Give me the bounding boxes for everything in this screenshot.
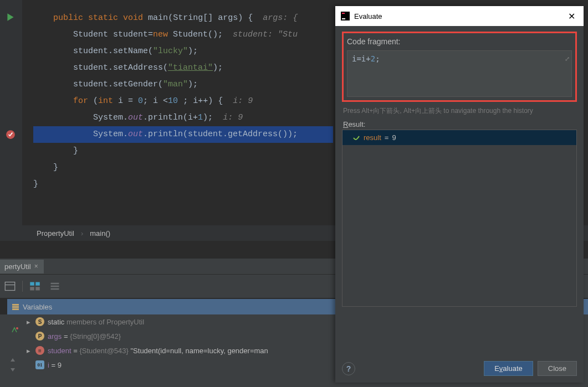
history-hint: Press Alt+向下箭头, Alt+向上箭头 to navigate thr… [343,106,576,116]
svg-rect-7 [30,287,34,290]
dialog-titlebar[interactable]: Evaluate ✕ [335,6,584,26]
expand-arrow-icon[interactable]: ▸ [27,318,32,326]
run-icon[interactable] [6,12,16,22]
variables-icon [12,303,19,311]
arrow-down-icon[interactable] [9,365,17,373]
new-watch-icon[interactable] [11,327,19,333]
fragment-label: Code fragment: [347,37,572,46]
close-button[interactable]: Close [538,361,577,376]
grid-icon[interactable] [29,281,40,292]
svg-rect-8 [35,287,40,290]
int-badge-icon: 01 [35,360,44,369]
svg-rect-18 [342,18,345,19]
editor-gutter [0,0,22,241]
code-content[interactable]: public static void main(String[] args) {… [33,10,298,193]
svg-rect-17 [342,13,345,14]
evaluate-dialog: Evaluate ✕ Code fragment: i=i+2; ⤢ Press… [335,6,584,383]
svg-rect-14 [12,308,19,310]
side-decoration [0,314,7,386]
dialog-footer: ? Evaluate Close [342,361,577,376]
object-badge-icon: ≡ [35,346,44,355]
breadcrumb-method[interactable]: main() [86,229,114,238]
result-label: Result: [343,120,576,128]
list-icon[interactable] [49,281,60,292]
variables-label: Variables [23,303,52,311]
restore-layout-icon[interactable] [4,281,16,292]
evaluate-button[interactable]: Evaluate [484,361,533,376]
svg-rect-3 [5,282,15,291]
param-badge-icon: P [35,332,44,340]
help-button[interactable]: ? [342,362,355,375]
static-badge-icon: S [35,317,44,326]
breadcrumb-class[interactable]: PropertyUtil [33,229,78,238]
dialog-title: Evaluate [354,12,565,20]
tab-label: pertyUtil [4,262,31,271]
arrow-up-icon[interactable] [9,357,17,364]
fragment-input[interactable]: i=i+2; [347,50,572,97]
svg-rect-12 [12,304,19,306]
frame-nav [9,357,17,373]
chevron-right-icon: › [78,229,86,238]
result-row[interactable]: result = 9 [342,130,576,145]
svg-point-15 [16,327,18,329]
breakpoint-icon[interactable] [6,130,16,140]
close-icon[interactable]: ✕ [565,9,578,23]
svg-rect-6 [35,282,40,286]
result-box[interactable]: result = 9 [342,130,577,307]
expand-arrow-icon[interactable]: ▸ [27,347,32,355]
tab-propertyutil[interactable]: pertyUtil × [0,260,44,274]
svg-rect-13 [12,306,19,308]
intellij-icon [341,12,350,20]
collapse-icon[interactable]: ⤢ [565,55,570,63]
code-fragment-section: Code fragment: i=i+2; ⤢ [342,32,577,102]
result-ok-icon [352,134,360,142]
svg-rect-5 [30,282,34,286]
close-icon[interactable]: × [34,262,38,270]
